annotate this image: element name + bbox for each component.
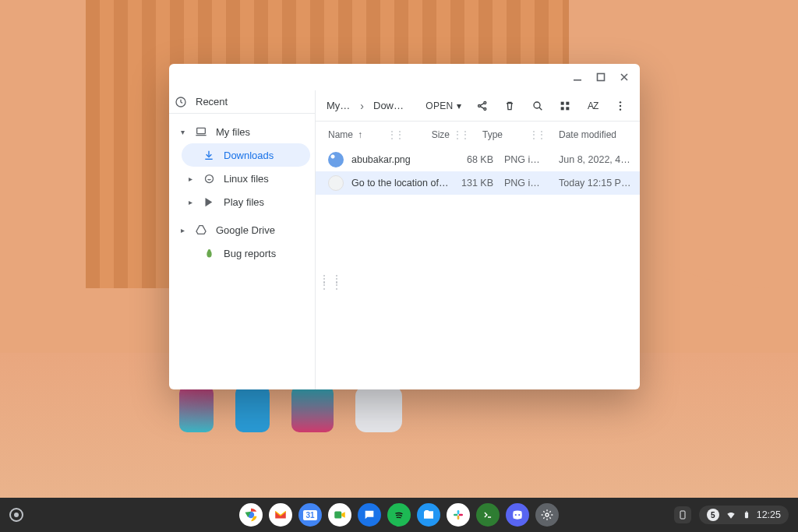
sidebar: Recent ▾ My files Downloads ▸ Linux file… [169,90,316,389]
svg-rect-22 [454,514,457,516]
app-terminal[interactable] [476,503,500,527]
download-icon [202,149,216,161]
file-type: PNG im… [493,154,548,165]
sidebar-item-bug-reports[interactable]: Bug reports [182,241,310,265]
file-name: abubakar.png [351,154,450,165]
svg-rect-28 [680,511,685,519]
shelf-apps: 31 [239,503,559,527]
column-date[interactable]: Date modified [548,129,632,140]
svg-rect-0 [574,79,581,81]
battery-icon [743,509,750,521]
more-options-button[interactable] [609,93,633,118]
main-panel: My … › Downl… OPEN▾ AZ Name ↑ ⋮⋮ Size [316,90,640,389]
bug-icon [202,248,216,259]
column-size[interactable]: Size [406,129,450,140]
app-chrome[interactable] [239,503,263,527]
file-size: 131 KB [450,178,493,188]
svg-rect-23 [457,516,460,520]
sidebar-label: Downloads [224,150,274,161]
column-resize-handle[interactable]: ⋮⋮ [526,129,548,140]
svg-rect-13 [561,107,564,110]
svg-point-17 [620,108,621,110]
phone-hub-button[interactable] [674,506,691,523]
svg-rect-1 [598,74,605,81]
window-close-button[interactable] [615,68,634,86]
sidebar-item-downloads[interactable]: Downloads [182,143,310,167]
svg-rect-11 [561,101,564,104]
app-discord[interactable] [506,503,529,527]
svg-point-26 [518,514,520,516]
wifi-icon [726,509,736,520]
clock-icon [174,96,188,108]
app-calendar[interactable]: 31 [298,503,322,527]
chevron-right-icon: ▸ [178,226,186,234]
column-type[interactable]: Type [471,129,526,140]
sidebar-label: My files [216,126,250,138]
chevron-down-icon: ▾ [178,128,186,136]
window-maximize-button[interactable] [591,68,610,86]
svg-point-4 [205,174,213,182]
chevron-right-icon: ▸ [186,198,194,206]
file-date: Today 12:15 P… [548,178,632,188]
sidebar-item-google-drive[interactable]: ▸ Google Drive [174,218,310,241]
toolbar: My … › Downl… OPEN▾ AZ [316,90,640,122]
sidebar-item-play-files[interactable]: ▸ Play files [182,190,310,213]
linux-icon [202,173,216,185]
sidebar-resize-handle[interactable]: ⋮⋮⋮⋮ [319,276,344,288]
app-slack[interactable] [447,503,470,527]
svg-rect-21 [457,510,460,514]
play-store-icon [202,196,216,208]
svg-rect-12 [567,101,570,104]
launcher-button[interactable] [9,508,23,522]
sort-ascending-icon: ↑ [358,129,362,140]
column-name[interactable]: Name [328,129,353,140]
sort-button[interactable]: AZ [581,93,605,118]
share-button[interactable] [471,93,494,118]
svg-point-7 [478,104,480,107]
app-meet[interactable] [328,503,351,527]
file-size: 68 KB [450,154,493,165]
sidebar-label: Google Drive [216,224,275,236]
app-spotify[interactable] [387,503,411,527]
system-tray: 5 12:25 [674,506,789,524]
svg-point-10 [534,102,540,108]
chevron-right-icon: ▸ [186,174,194,183]
sidebar-item-linux-files[interactable]: ▸ Linux files [182,167,310,190]
files-app-window: Recent ▾ My files Downloads ▸ Linux file… [169,64,640,389]
svg-point-27 [546,513,549,516]
svg-point-16 [620,104,621,106]
column-resize-handle[interactable]: ⋮⋮ [450,129,471,140]
column-headers: Name ↑ ⋮⋮ Size ⋮⋮ Type ⋮⋮ Date modified [316,122,640,148]
svg-rect-14 [567,107,570,110]
app-messages[interactable] [358,503,381,527]
app-files[interactable] [417,503,440,527]
breadcrumb-downloads[interactable]: Downl… [370,97,411,115]
svg-point-25 [515,514,517,516]
caret-down-icon: ▾ [457,100,461,111]
sidebar-item-recent[interactable]: Recent [169,90,315,114]
window-minimize-button[interactable] [568,68,587,86]
laptop-icon [194,125,208,138]
svg-rect-24 [459,514,463,516]
clock-time: 12:25 [757,509,781,520]
status-tray[interactable]: 5 12:25 [699,506,789,524]
sidebar-label: Bug reports [224,248,276,259]
app-gmail[interactable] [269,503,292,527]
breadcrumb-my-files[interactable]: My … [323,97,354,115]
sidebar-item-my-files[interactable]: ▾ My files [174,120,310,143]
app-settings[interactable] [535,503,559,527]
grid-view-button[interactable] [553,93,577,118]
file-type: PNG im… [493,178,548,188]
window-titlebar [169,64,640,90]
svg-rect-29 [745,513,748,519]
svg-point-8 [483,101,486,104]
file-row[interactable]: abubakar.png 68 KB PNG im… Jun 8, 2022, … [316,148,640,171]
file-row[interactable]: Go to the location of the file you… 131 … [316,171,640,195]
file-name: Go to the location of the file you… [351,178,450,188]
svg-rect-20 [334,512,341,519]
delete-button[interactable] [498,93,521,118]
open-button[interactable]: OPEN▾ [421,97,466,115]
column-resize-handle[interactable]: ⋮⋮ [384,129,406,140]
search-button[interactable] [526,93,549,118]
sidebar-label: Linux files [224,173,269,185]
